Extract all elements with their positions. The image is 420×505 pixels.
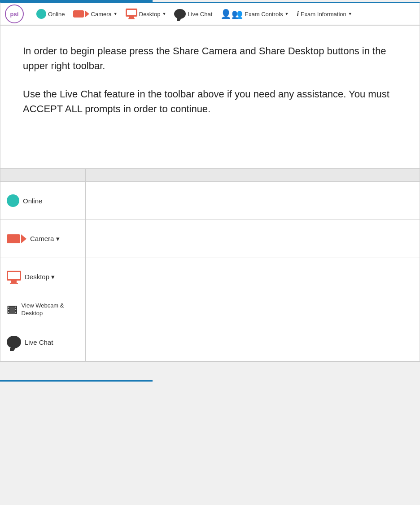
table-row-online: Online [0,182,420,220]
toolbar: psi Online Camera ▼ Desktop ▼ Live Chat … [0,2,420,25]
camera-icon [73,10,89,18]
table-header [0,169,420,182]
svg-rect-5 [9,312,9,313]
table-col2-webcam [86,296,420,323]
svg-rect-3 [9,306,9,307]
nav-examcontrols-label: Exam Controls [245,11,283,18]
nav-livechat[interactable]: Live Chat [171,7,215,21]
table-header-col2 [86,169,420,181]
nav-desktop-label: Desktop [139,11,161,18]
table-col1-online: Online [0,182,86,220]
nav-online: Online [34,7,68,21]
row-livechat-label: Live Chat [25,338,53,346]
psi-logo: psi [5,4,24,23]
examcontrols-icon: 👤👥 [220,9,243,19]
table-header-col1 [0,169,86,181]
table-col1-camera[interactable]: Camera ▾ [0,220,86,258]
table-col1-desktop[interactable]: Desktop ▾ [0,258,86,296]
nav-examinfo[interactable]: i Exam Information ▼ [294,8,354,20]
instruction-paragraph-1: In order to begin please press the Share… [23,44,397,73]
help-table: Online Camera ▾ Desktop ▾ [0,169,420,362]
table-col2-camera [86,220,420,258]
nav-online-label: Online [48,11,65,18]
desktop-icon [126,9,137,19]
row-camera-icon [7,234,26,243]
table-col1-livechat[interactable]: Live Chat [0,323,86,361]
nav-examcontrols[interactable]: 👤👥 Exam Controls ▼ [218,7,291,21]
row-desktop-icon [7,271,21,284]
nav-livechat-label: Live Chat [188,11,212,18]
table-col1-webcam[interactable]: View Webcam & Desktop [0,296,86,323]
desktop-dropdown-arrow: ▼ [162,12,166,16]
row-online-icon [7,194,19,207]
nav-desktop[interactable]: Desktop ▼ [123,7,169,21]
examinfo-icon: i [297,10,298,18]
row-camera-label: Camera ▾ [30,235,60,243]
svg-rect-4 [9,309,9,310]
bottom-spacer [0,362,420,380]
examinfo-dropdown-arrow: ▼ [348,12,352,16]
bottom-padding [0,382,420,391]
row-desktop-label: Desktop ▾ [25,273,55,281]
table-row-livechat: Live Chat [0,323,420,361]
row-webcam-label: View Webcam & Desktop [22,302,79,317]
table-row-camera: Camera ▾ [0,220,420,258]
table-row-desktop: Desktop ▾ [0,258,420,296]
table-col2-desktop [86,258,420,296]
examcontrols-dropdown-arrow: ▼ [285,12,289,16]
nav-camera[interactable]: Camera ▼ [70,9,120,19]
instruction-paragraph-2: Use the Live Chat feature in the toolbar… [23,87,397,116]
svg-rect-9 [9,306,15,312]
table-col2-livechat [86,323,420,361]
svg-rect-7 [15,309,16,310]
svg-rect-8 [15,312,16,313]
row-livechat-icon [7,336,21,348]
row-online-label: Online [23,197,42,205]
camera-dropdown-arrow: ▼ [114,12,118,16]
livechat-icon [174,9,186,19]
main-content-area: In order to begin please press the Share… [0,25,420,169]
table-col2-online [86,182,420,220]
nav-examinfo-label: Exam Information [301,11,346,18]
nav-camera-label: Camera [91,11,112,18]
film-strip-icon [7,303,18,316]
online-status-icon [36,9,46,19]
table-row-webcam: View Webcam & Desktop [0,296,420,323]
svg-rect-6 [15,306,16,307]
